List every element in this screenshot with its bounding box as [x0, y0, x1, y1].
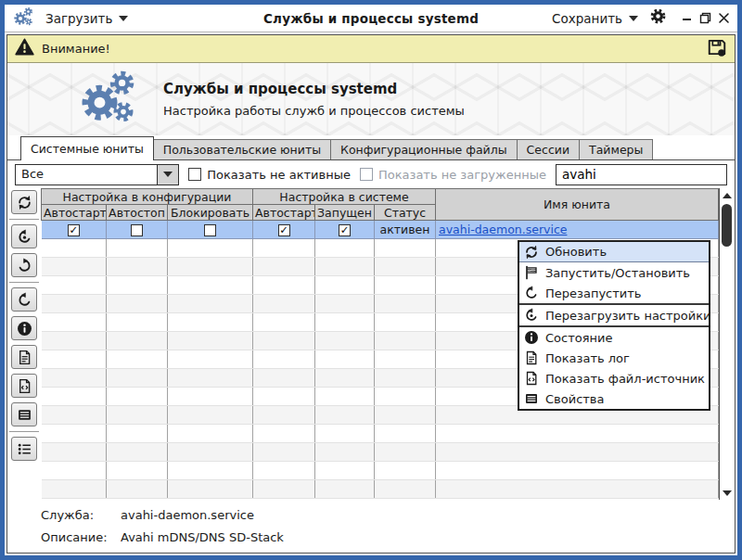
column-header-autostart-system: Автостарт	[253, 205, 315, 221]
maximize-button[interactable]	[699, 12, 711, 24]
triangle-down-icon	[723, 490, 732, 496]
filter-bar: Все Показать не активные Показать не заг…	[7, 160, 735, 188]
triangle-up-icon	[723, 193, 732, 198]
save-file-icon[interactable]	[707, 37, 727, 61]
menu-item-restart[interactable]: Перезапустить	[519, 283, 709, 303]
show-inactive-label: Показать не активные	[207, 168, 351, 182]
scrollbar-track[interactable]	[720, 202, 735, 486]
category-combobox[interactable]: Все	[15, 164, 179, 185]
close-button[interactable]	[718, 12, 730, 24]
checkbox-box[interactable]	[360, 168, 373, 181]
context-menu: Обновить Запустить/Остановить Перез	[518, 240, 710, 411]
settings-gear-icon[interactable]	[649, 7, 667, 29]
list-button[interactable]	[11, 437, 37, 461]
unit-name-link[interactable]: avahi-daemon.service	[436, 223, 567, 236]
autostop-checkbox[interactable]	[131, 224, 143, 236]
scroll-down-button[interactable]	[720, 486, 735, 500]
menu-item-properties[interactable]: Свойства	[519, 388, 709, 409]
autostart-system-checkbox[interactable]	[278, 224, 290, 236]
running-checkbox[interactable]	[339, 224, 351, 236]
service-label: Служба:	[41, 508, 121, 522]
chevron-down-icon	[629, 16, 638, 21]
save-button[interactable]: Сохранить	[552, 11, 638, 26]
search-input[interactable]	[556, 164, 727, 185]
scrollbar-thumb[interactable]	[722, 204, 732, 247]
source-button[interactable]	[11, 374, 37, 398]
show-unloaded-checkbox[interactable]: Показать не загруженные	[360, 168, 546, 182]
properties-button[interactable]	[11, 402, 37, 426]
source-icon	[524, 371, 539, 386]
tab-system-units[interactable]: Системные юниты	[20, 136, 154, 160]
warning-icon	[15, 38, 34, 59]
table-row-selected[interactable]: активен avahi-daemon.service	[42, 221, 719, 239]
main-area: Настройка в конфигурации Настройка в сис…	[7, 188, 735, 500]
banner-text: Службы и процессы systemd Настройка рабо…	[163, 81, 465, 118]
show-unloaded-label: Показать не загруженные	[378, 168, 546, 182]
description-value: Avahi mDNS/DNS SD-Stack	[121, 530, 284, 544]
vertical-scrollbar[interactable]	[719, 188, 735, 500]
warning-bar: Внимание!	[7, 35, 735, 63]
tab-config-files[interactable]: Конфигурационные файлы	[330, 139, 518, 159]
tab-timers[interactable]: Таймеры	[579, 139, 653, 159]
empty-row	[42, 425, 719, 443]
undo-button[interactable]	[11, 287, 37, 312]
properties-icon	[524, 391, 539, 406]
show-inactive-checkbox[interactable]: Показать не активные	[188, 168, 351, 182]
app-gears-icon	[12, 6, 34, 32]
reload-settings-button[interactable]	[11, 224, 37, 248]
tab-bar: Системные юниты Пользовательские юниты К…	[7, 135, 735, 160]
footer: Служба: avahi-daemon.service Описание: A…	[7, 500, 735, 553]
scroll-up-button[interactable]	[720, 188, 735, 202]
title-bar-left: Загрузить	[12, 6, 225, 32]
column-header-running: Запущен	[315, 205, 375, 221]
info-button[interactable]	[11, 316, 37, 340]
restart-button[interactable]	[11, 253, 37, 277]
empty-row	[42, 443, 719, 462]
tab-sessions[interactable]: Сессии	[517, 139, 580, 159]
group-header-system: Настройка в системе	[253, 189, 436, 205]
autostart-config-checkbox[interactable]	[68, 224, 80, 236]
window-title: Службы и процессы systemd	[225, 11, 517, 26]
menu-item-refresh[interactable]: Обновить	[519, 242, 709, 262]
menu-item-reload-settings[interactable]: Перезагрузить настройки	[519, 305, 709, 325]
title-bar: Загрузить Службы и процессы systemd Сохр…	[5, 5, 737, 32]
refresh-icon	[524, 245, 539, 260]
load-button-label: Загрузить	[45, 11, 112, 26]
minimize-button[interactable]	[682, 13, 693, 24]
window-controls	[682, 12, 730, 24]
column-header-autostart-config: Автостарт	[42, 205, 107, 221]
service-row: Служба: avahi-daemon.service	[41, 508, 735, 522]
side-toolbar	[7, 188, 41, 500]
title-bar-right: Сохранить	[517, 7, 730, 29]
empty-row	[42, 462, 719, 480]
block-checkbox[interactable]	[204, 224, 216, 236]
menu-item-show-source[interactable]: Показать файл-источник	[519, 368, 709, 388]
app-window: Загрузить Службы и процессы systemd Сохр…	[0, 0, 742, 560]
toolbar-separator	[9, 219, 39, 220]
column-header-status: Статус	[375, 205, 436, 221]
combobox-dropdown-button[interactable]	[157, 165, 178, 185]
menu-item-show-log[interactable]: Показать лог	[519, 348, 709, 368]
empty-row	[42, 480, 719, 499]
menu-item-state[interactable]: Состояние	[519, 327, 709, 348]
tab-user-units[interactable]: Пользовательские юниты	[153, 139, 331, 159]
description-row: Описание: Avahi mDNS/DNS SD-Stack	[41, 530, 735, 544]
toolbar-separator	[9, 282, 39, 283]
menu-item-start-stop[interactable]: Запустить/Остановить	[519, 262, 709, 283]
refresh-button[interactable]	[11, 190, 37, 214]
column-header-unit-name: Имя юнита	[436, 189, 719, 221]
log-icon	[524, 350, 539, 365]
undo-icon	[524, 286, 539, 300]
reload-settings-icon	[524, 308, 539, 323]
checkbox-box[interactable]	[188, 168, 201, 181]
chevron-down-icon	[119, 16, 128, 21]
banner-title: Службы и процессы systemd	[163, 81, 465, 97]
log-button[interactable]	[11, 345, 37, 369]
save-button-label: Сохранить	[552, 11, 622, 26]
toolbar-separator	[9, 431, 39, 432]
load-button[interactable]: Загрузить	[45, 11, 128, 26]
chevron-down-icon	[163, 172, 173, 177]
table-group-header-row: Настройка в конфигурации Настройка в сис…	[42, 189, 719, 205]
service-value: avahi-daemon.service	[121, 508, 254, 522]
description-label: Описание:	[41, 530, 121, 544]
